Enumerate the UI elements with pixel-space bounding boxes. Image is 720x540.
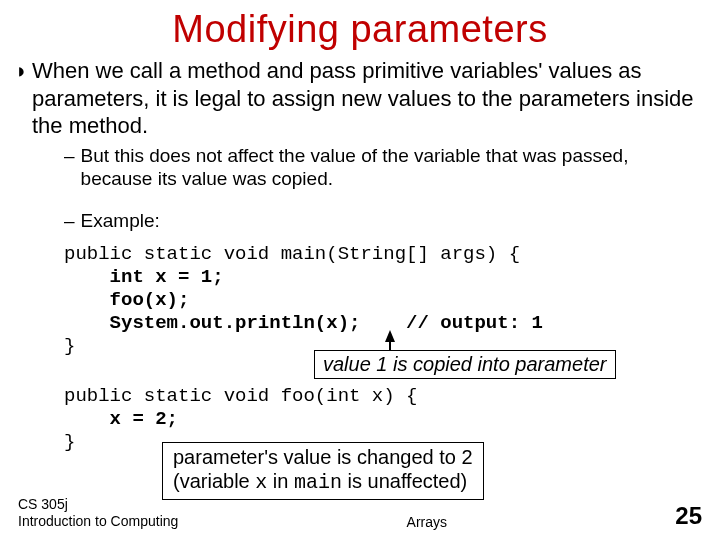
footer: CS 305j Introduction to Computing Arrays… [18, 496, 702, 530]
sub-bullet-1-text: But this does not affect the value of th… [81, 144, 702, 192]
sub-bullet-list: – But this does not affect the value of … [64, 144, 702, 233]
page-number: 25 [675, 502, 702, 530]
slide: Modifying parameters ◗ When we call a me… [0, 0, 720, 540]
dash-icon: – [64, 209, 75, 233]
footer-topic: Arrays [178, 514, 675, 530]
slide-title: Modifying parameters [18, 8, 702, 51]
callout-copied: value 1 is copied into parameter [314, 350, 616, 379]
footer-subtitle: Introduction to Computing [18, 513, 178, 530]
sub-bullet-2: – Example: [64, 209, 702, 233]
callout-changed-line1: parameter's value is changed to 2 [173, 445, 473, 469]
sub-bullet-2-text: Example: [81, 209, 160, 233]
main-bullet: ◗ When we call a method and pass primiti… [18, 57, 702, 140]
callout-changed-line2: (variable x in main is unaffected) [173, 469, 473, 495]
dash-icon: – [64, 144, 75, 192]
footer-left: CS 305j Introduction to Computing [18, 496, 178, 530]
callout-changed: parameter's value is changed to 2 (varia… [162, 442, 484, 500]
bullet-text: When we call a method and pass primitive… [32, 57, 702, 140]
sub-bullet-1: – But this does not affect the value of … [64, 144, 702, 192]
footer-course: CS 305j [18, 496, 178, 513]
code-block-main: public static void main(String[] args) {… [64, 243, 702, 359]
bullet-icon: ◗ [18, 64, 24, 79]
